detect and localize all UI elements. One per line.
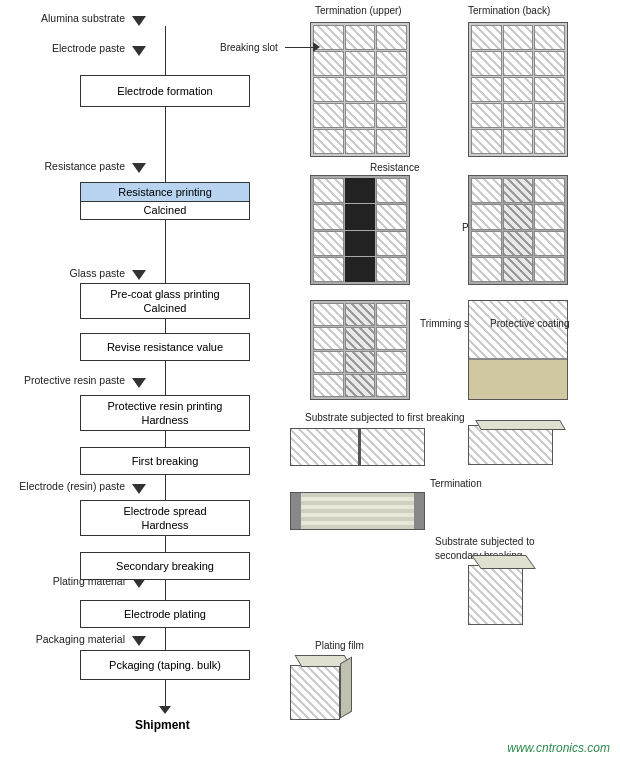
illus-termination-back — [468, 22, 568, 157]
label-electrode-resin: Electrode (resin) paste — [0, 480, 125, 494]
box-electrode-formation: Electrode formation — [80, 75, 250, 107]
label-packaging: Packaging material — [0, 633, 125, 647]
illus-first-breaking-3d — [468, 420, 568, 475]
label-termination-upper: Termination (upper) — [315, 5, 402, 16]
watermark-text: www.cntronics.com — [507, 741, 610, 755]
box-calcined-1: Calcined — [80, 202, 250, 220]
label-termination-mid: Termination — [430, 478, 482, 489]
illus-precoat-glass — [468, 175, 568, 285]
shipment-label: Shipment — [135, 718, 190, 732]
tri-protective — [132, 378, 146, 388]
box-precoat-glass: Pre-coat glass printing Calcined — [80, 283, 250, 319]
ship-arrow — [159, 706, 171, 714]
illus-termination-bar — [290, 492, 425, 530]
tri-electrode-resin — [132, 484, 146, 494]
tri-electrode-paste — [132, 46, 146, 56]
label-protective-coating: Protective coating — [490, 318, 570, 329]
label-electrode-paste: Electrode paste — [0, 42, 125, 56]
breaking-slot-arrow-line — [285, 47, 313, 48]
illus-trimming — [310, 300, 410, 400]
label-plating-film: Plating film — [315, 640, 364, 651]
box-electrode-plating: Electrode plating — [80, 600, 250, 628]
label-alumina: Alumina substrate — [0, 12, 125, 26]
label-protective: Protective resin paste — [0, 374, 125, 388]
main-diagram: Alumina substrate Electrode paste Resist… — [0, 0, 620, 763]
label-resistance-paste: Resistance paste — [0, 160, 125, 174]
ship-line — [165, 680, 166, 708]
label-substrate-first: Substrate subjected to first breaking — [305, 412, 465, 423]
box-resistance-printing: Resistance printing — [80, 182, 250, 202]
illus-termination-upper — [310, 22, 410, 157]
box-first-breaking: First breaking — [80, 447, 250, 475]
illus-secondary-breaking-3d — [468, 555, 533, 630]
tri-resistance — [132, 163, 146, 173]
box-secondary-breaking: Secondary breaking — [80, 552, 250, 580]
label-termination-back: Termination (back) — [468, 5, 550, 16]
illus-plating-film — [290, 655, 355, 725]
box-packaging: Pckaging (taping. bulk) — [80, 650, 250, 680]
tri-packaging — [132, 636, 146, 646]
label-breaking-slot: Breaking slot — [220, 42, 278, 53]
box-protective-resin: Protective resin printing Hardness — [80, 395, 250, 431]
tri-alumina — [132, 16, 146, 26]
label-resistance: Resistance — [370, 162, 419, 173]
illus-first-breaking — [290, 428, 425, 466]
box-electrode-spread: Electrode spread Hardness — [80, 500, 250, 536]
label-glass-paste: Glass paste — [0, 267, 125, 281]
tri-glass — [132, 270, 146, 280]
box-revise-resistance: Revise resistance value — [80, 333, 250, 361]
illus-resistance-mid — [310, 175, 410, 285]
breaking-slot-arrowhead — [313, 42, 320, 52]
illus-protective-coating — [468, 300, 568, 400]
